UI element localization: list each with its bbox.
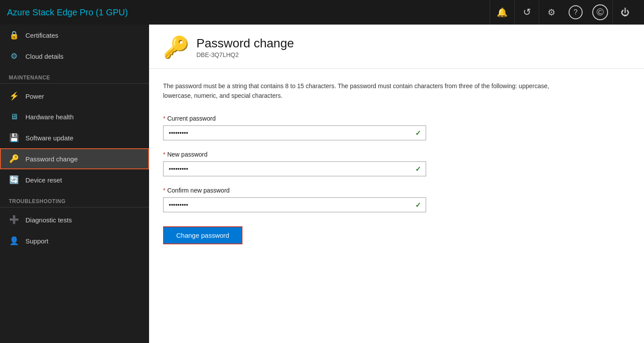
page-body: The password must be a string that conta… xyxy=(149,69,644,257)
section-troubleshooting: TROUBLESHOOTING xyxy=(0,190,149,207)
sidebar-item-label: Support xyxy=(25,237,49,245)
help-icon[interactable]: ? xyxy=(569,5,583,19)
app-title: Azure Stack Edge Pro (1 GPU) xyxy=(7,7,128,18)
sidebar-item-support[interactable]: 👤 Support xyxy=(0,230,149,251)
main-layout: 🔒 Certificates ⚙ Cloud details MAINTENAN… xyxy=(0,25,644,343)
sidebar-item-password-change[interactable]: 🔑 Password change xyxy=(0,148,149,169)
power-icon: ⚡ xyxy=(9,91,19,101)
sidebar-item-hardware-health[interactable]: 🖥 Hardware health xyxy=(0,107,149,127)
sidebar-item-software-update[interactable]: 💾 Software update xyxy=(0,127,149,148)
new-password-wrapper: ✓ xyxy=(163,161,426,176)
change-password-button[interactable]: Change password xyxy=(163,226,242,244)
key-icon: 🔑 xyxy=(9,154,19,164)
software-icon: 💾 xyxy=(9,133,19,143)
bell-icon[interactable]: 🔔 xyxy=(490,0,514,25)
sidebar-item-label: Power xyxy=(25,93,44,100)
sidebar: 🔒 Certificates ⚙ Cloud details MAINTENAN… xyxy=(0,25,149,343)
required-star-3: * xyxy=(163,187,165,194)
sidebar-item-label: Certificates xyxy=(25,32,58,39)
current-password-group: * Current password ✓ xyxy=(163,115,426,140)
required-star-1: * xyxy=(163,115,165,122)
page-header: 🔑 Password change DBE-3Q7LHQ2 xyxy=(149,25,644,69)
confirm-password-check: ✓ xyxy=(415,200,421,209)
page-header-icon: 🔑 xyxy=(163,35,189,60)
confirm-password-group: * Confirm new password ✓ xyxy=(163,187,426,212)
sidebar-item-label: Hardware health xyxy=(25,113,74,121)
confirm-password-label: * Confirm new password xyxy=(163,187,426,194)
app-header: Azure Stack Edge Pro (1 GPU) 🔔 ↺ ⚙ ? © ⏻ xyxy=(0,0,644,25)
sidebar-item-label: Diagnostic tests xyxy=(25,216,72,224)
power-icon[interactable]: ⏻ xyxy=(612,0,637,25)
hardware-icon: 🖥 xyxy=(9,112,19,121)
sidebar-item-label: Device reset xyxy=(25,176,62,184)
confirm-password-input[interactable] xyxy=(163,197,426,212)
sidebar-item-diagnostic-tests[interactable]: ➕ Diagnostic tests xyxy=(0,209,149,230)
sidebar-item-certificates[interactable]: 🔒 Certificates xyxy=(0,25,149,46)
sidebar-item-device-reset[interactable]: 🔄 Device reset xyxy=(0,169,149,190)
refresh-icon[interactable]: ↺ xyxy=(514,0,539,25)
current-password-label: * Current password xyxy=(163,115,426,122)
settings-icon[interactable]: ⚙ xyxy=(539,0,563,25)
main-content: 🔑 Password change DBE-3Q7LHQ2 The passwo… xyxy=(149,25,644,343)
cloud-icon: ⚙ xyxy=(9,51,19,61)
copyright-icon[interactable]: © xyxy=(592,4,608,20)
sidebar-item-label: Password change xyxy=(25,155,78,163)
support-icon: 👤 xyxy=(9,236,19,246)
new-password-group: * New password ✓ xyxy=(163,151,426,176)
new-password-label: * New password xyxy=(163,151,426,158)
new-password-check: ✓ xyxy=(415,164,421,173)
certificates-icon: 🔒 xyxy=(9,30,19,40)
required-star-2: * xyxy=(163,151,165,158)
header-icon-group: 🔔 ↺ ⚙ ? © ⏻ xyxy=(490,0,637,25)
page-title: Password change xyxy=(196,36,294,50)
confirm-password-wrapper: ✓ xyxy=(163,197,426,212)
page-subtitle: DBE-3Q7LHQ2 xyxy=(196,51,294,58)
page-description: The password must be a string that conta… xyxy=(163,81,558,101)
new-password-input[interactable] xyxy=(163,161,426,176)
sidebar-item-power[interactable]: ⚡ Power xyxy=(0,86,149,107)
section-maintenance: MAINTENANCE xyxy=(0,67,149,84)
current-password-check: ✓ xyxy=(415,129,421,137)
current-password-input[interactable] xyxy=(163,125,426,140)
page-header-text: Password change DBE-3Q7LHQ2 xyxy=(196,36,294,58)
current-password-wrapper: ✓ xyxy=(163,125,426,140)
sidebar-item-label: Software update xyxy=(25,134,73,142)
sidebar-item-cloud-details[interactable]: ⚙ Cloud details xyxy=(0,46,149,67)
sidebar-item-label: Cloud details xyxy=(25,53,64,60)
reset-icon: 🔄 xyxy=(9,175,19,185)
diagnostic-icon: ➕ xyxy=(9,215,19,225)
